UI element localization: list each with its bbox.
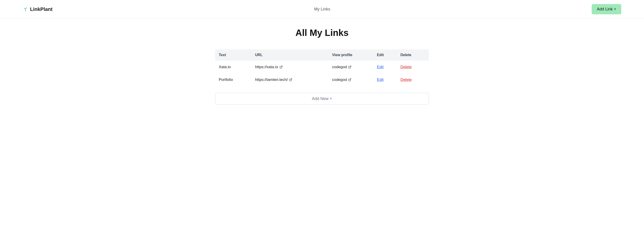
url-text: https://iamteri.tech/ <box>255 77 288 82</box>
url-link[interactable]: https://iamteri.tech/ <box>255 77 292 82</box>
add-new-button[interactable]: Add New + <box>215 93 429 105</box>
table-row: Xata.io https://xata.io <box>215 61 429 73</box>
external-link-icon <box>289 78 292 81</box>
navbar: LinkPlant My Links Add Link + <box>0 0 644 19</box>
svg-line-0 <box>281 66 282 67</box>
external-link-icon <box>348 78 351 81</box>
table-row: Portfolio https://iamteri.tech/ <box>215 73 429 86</box>
profile-text: codegod <box>332 77 347 82</box>
edit-link[interactable]: Edit <box>377 77 384 82</box>
delete-link[interactable]: Delete <box>400 65 412 69</box>
seedling-icon <box>23 6 28 12</box>
url-link[interactable]: https://xata.io <box>255 65 283 69</box>
header-delete: Delete <box>397 49 429 61</box>
profile-link[interactable]: codegod <box>332 65 351 69</box>
page-title: All My Links <box>215 28 429 38</box>
header-url: URL <box>252 49 328 61</box>
header-edit: Edit <box>374 49 397 61</box>
table-header-row: Text URL View profile Edit Delete <box>215 49 429 61</box>
brand-name: LinkPlant <box>30 6 52 12</box>
delete-link[interactable]: Delete <box>400 77 412 82</box>
url-text: https://xata.io <box>255 65 278 69</box>
brand[interactable]: LinkPlant <box>23 6 52 12</box>
links-table: Text URL View profile Edit Delete Xata.i… <box>215 49 429 86</box>
edit-link[interactable]: Edit <box>377 65 384 69</box>
external-link-icon <box>280 65 283 69</box>
add-link-button[interactable]: Add Link + <box>592 4 621 14</box>
svg-line-2 <box>290 79 292 80</box>
profile-text: codegod <box>332 65 347 69</box>
external-link-icon <box>348 65 351 69</box>
profile-link[interactable]: codegod <box>332 77 351 82</box>
svg-line-3 <box>350 79 351 80</box>
nav-link-mylinks[interactable]: My Links <box>314 7 330 11</box>
cell-text: Xata.io <box>215 61 252 73</box>
svg-line-1 <box>350 66 351 67</box>
cell-text: Portfolio <box>215 73 252 86</box>
main-content: All My Links Text URL View profile Edit … <box>210 19 434 114</box>
header-profile: View profile <box>328 49 373 61</box>
header-text: Text <box>215 49 252 61</box>
